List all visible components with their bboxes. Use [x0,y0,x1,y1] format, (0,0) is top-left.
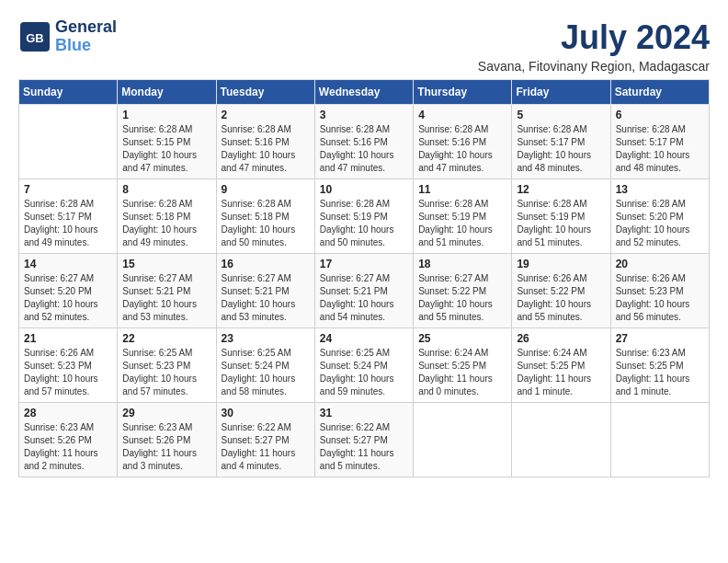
logo-icon: GB [18,20,51,53]
day-number: 22 [122,332,210,345]
cell-info: Sunrise: 6:27 AM Sunset: 5:20 PM Dayligh… [24,272,112,324]
page-header: GB General Blue July 2024 Savana, Fitovi… [18,18,710,74]
cell-info: Sunrise: 6:27 AM Sunset: 5:21 PM Dayligh… [122,272,210,324]
cell-info: Sunrise: 6:27 AM Sunset: 5:22 PM Dayligh… [418,272,506,324]
calendar-cell: 4Sunrise: 6:28 AM Sunset: 5:16 PM Daylig… [414,105,512,179]
calendar-cell: 2Sunrise: 6:28 AM Sunset: 5:16 PM Daylig… [216,105,314,179]
calendar-cell [610,403,709,477]
calendar-week-row: 14Sunrise: 6:27 AM Sunset: 5:20 PM Dayli… [19,254,710,328]
cell-info: Sunrise: 6:24 AM Sunset: 5:25 PM Dayligh… [517,347,605,398]
day-number: 4 [418,109,506,121]
calendar-cell: 5Sunrise: 6:28 AM Sunset: 5:17 PM Daylig… [512,105,610,179]
day-number: 20 [616,258,704,270]
cell-info: Sunrise: 6:22 AM Sunset: 5:27 PM Dayligh… [320,421,408,473]
day-number: 7 [24,183,112,196]
calendar-cell: 24Sunrise: 6:25 AM Sunset: 5:24 PM Dayli… [314,328,413,403]
calendar-cell: 28Sunrise: 6:23 AM Sunset: 5:26 PM Dayli… [19,403,118,477]
calendar-week-row: 28Sunrise: 6:23 AM Sunset: 5:26 PM Dayli… [19,403,710,477]
logo: GB General Blue [18,18,117,55]
cell-info: Sunrise: 6:24 AM Sunset: 5:25 PM Dayligh… [418,347,506,398]
day-number: 12 [517,183,605,196]
calendar-week-row: 7Sunrise: 6:28 AM Sunset: 5:17 PM Daylig… [19,179,710,254]
month-year: July 2024 [478,18,710,57]
calendar-cell: 6Sunrise: 6:28 AM Sunset: 5:17 PM Daylig… [610,105,709,179]
cell-info: Sunrise: 6:28 AM Sunset: 5:15 PM Dayligh… [122,123,210,175]
day-number: 28 [24,407,112,419]
day-number: 17 [320,258,408,270]
calendar-cell: 26Sunrise: 6:24 AM Sunset: 5:25 PM Dayli… [512,328,610,403]
calendar-cell: 10Sunrise: 6:28 AM Sunset: 5:19 PM Dayli… [314,179,413,254]
day-number: 8 [122,183,210,196]
calendar-cell: 15Sunrise: 6:27 AM Sunset: 5:21 PM Dayli… [118,254,216,328]
calendar-cell: 21Sunrise: 6:26 AM Sunset: 5:23 PM Dayli… [19,328,118,403]
cell-info: Sunrise: 6:26 AM Sunset: 5:22 PM Dayligh… [517,272,605,324]
cell-info: Sunrise: 6:28 AM Sunset: 5:17 PM Dayligh… [616,123,704,175]
calendar-cell: 7Sunrise: 6:28 AM Sunset: 5:17 PM Daylig… [19,179,118,254]
calendar: SundayMondayTuesdayWednesdayThursdayFrid… [18,79,710,477]
cell-info: Sunrise: 6:28 AM Sunset: 5:19 PM Dayligh… [517,198,605,249]
cell-info: Sunrise: 6:22 AM Sunset: 5:27 PM Dayligh… [222,421,310,473]
calendar-cell: 19Sunrise: 6:26 AM Sunset: 5:22 PM Dayli… [512,254,610,328]
cell-info: Sunrise: 6:26 AM Sunset: 5:23 PM Dayligh… [616,272,704,324]
day-number: 23 [222,332,310,345]
cell-info: Sunrise: 6:23 AM Sunset: 5:26 PM Dayligh… [122,421,210,473]
day-number: 2 [222,109,310,121]
title-block: July 2024 Savana, Fitovinany Region, Mad… [478,18,710,74]
calendar-cell: 12Sunrise: 6:28 AM Sunset: 5:19 PM Dayli… [512,179,610,254]
day-number: 16 [222,258,310,270]
calendar-cell: 20Sunrise: 6:26 AM Sunset: 5:23 PM Dayli… [610,254,709,328]
day-number: 24 [320,332,408,345]
calendar-cell: 11Sunrise: 6:28 AM Sunset: 5:19 PM Dayli… [414,179,512,254]
logo-line1: General [55,18,117,37]
calendar-cell: 31Sunrise: 6:22 AM Sunset: 5:27 PM Dayli… [314,403,413,477]
calendar-cell [512,403,610,477]
weekday-header: Friday [512,80,610,105]
cell-info: Sunrise: 6:28 AM Sunset: 5:20 PM Dayligh… [616,198,704,249]
calendar-week-row: 1Sunrise: 6:28 AM Sunset: 5:15 PM Daylig… [19,105,710,179]
calendar-cell: 29Sunrise: 6:23 AM Sunset: 5:26 PM Dayli… [118,403,216,477]
calendar-cell: 3Sunrise: 6:28 AM Sunset: 5:16 PM Daylig… [314,105,413,179]
weekday-header: Tuesday [216,80,314,105]
calendar-cell: 16Sunrise: 6:27 AM Sunset: 5:21 PM Dayli… [216,254,314,328]
day-number: 19 [517,258,605,270]
day-number: 13 [616,183,704,196]
calendar-cell: 18Sunrise: 6:27 AM Sunset: 5:22 PM Dayli… [414,254,512,328]
cell-info: Sunrise: 6:28 AM Sunset: 5:18 PM Dayligh… [122,198,210,249]
calendar-cell: 27Sunrise: 6:23 AM Sunset: 5:25 PM Dayli… [610,328,709,403]
calendar-cell: 25Sunrise: 6:24 AM Sunset: 5:25 PM Dayli… [414,328,512,403]
calendar-cell: 13Sunrise: 6:28 AM Sunset: 5:20 PM Dayli… [610,179,709,254]
cell-info: Sunrise: 6:27 AM Sunset: 5:21 PM Dayligh… [320,272,408,324]
cell-info: Sunrise: 6:25 AM Sunset: 5:24 PM Dayligh… [222,347,310,398]
calendar-cell [414,403,512,477]
day-number: 30 [222,407,310,419]
day-number: 26 [517,332,605,345]
calendar-cell: 22Sunrise: 6:25 AM Sunset: 5:23 PM Dayli… [118,328,216,403]
day-number: 5 [517,109,605,121]
day-number: 1 [122,109,210,121]
calendar-cell: 30Sunrise: 6:22 AM Sunset: 5:27 PM Dayli… [216,403,314,477]
logo-line2: Blue [55,37,117,55]
cell-info: Sunrise: 6:23 AM Sunset: 5:25 PM Dayligh… [616,347,704,398]
day-number: 6 [616,109,704,121]
day-number: 29 [122,407,210,419]
calendar-cell: 14Sunrise: 6:27 AM Sunset: 5:20 PM Dayli… [19,254,118,328]
cell-info: Sunrise: 6:28 AM Sunset: 5:17 PM Dayligh… [24,198,112,249]
weekday-header: Monday [118,80,216,105]
weekday-header-row: SundayMondayTuesdayWednesdayThursdayFrid… [19,80,710,105]
cell-info: Sunrise: 6:26 AM Sunset: 5:23 PM Dayligh… [24,347,112,398]
location: Savana, Fitovinany Region, Madagascar [478,59,710,74]
day-number: 15 [122,258,210,270]
calendar-cell: 23Sunrise: 6:25 AM Sunset: 5:24 PM Dayli… [216,328,314,403]
day-number: 14 [24,258,112,270]
cell-info: Sunrise: 6:28 AM Sunset: 5:18 PM Dayligh… [222,198,310,249]
cell-info: Sunrise: 6:23 AM Sunset: 5:26 PM Dayligh… [24,421,112,473]
calendar-week-row: 21Sunrise: 6:26 AM Sunset: 5:23 PM Dayli… [19,328,710,403]
day-number: 11 [418,183,506,196]
weekday-header: Sunday [19,80,118,105]
cell-info: Sunrise: 6:28 AM Sunset: 5:16 PM Dayligh… [320,123,408,175]
calendar-cell: 8Sunrise: 6:28 AM Sunset: 5:18 PM Daylig… [118,179,216,254]
day-number: 3 [320,109,408,121]
cell-info: Sunrise: 6:28 AM Sunset: 5:16 PM Dayligh… [418,123,506,175]
weekday-header: Thursday [414,80,512,105]
calendar-cell [19,105,118,179]
